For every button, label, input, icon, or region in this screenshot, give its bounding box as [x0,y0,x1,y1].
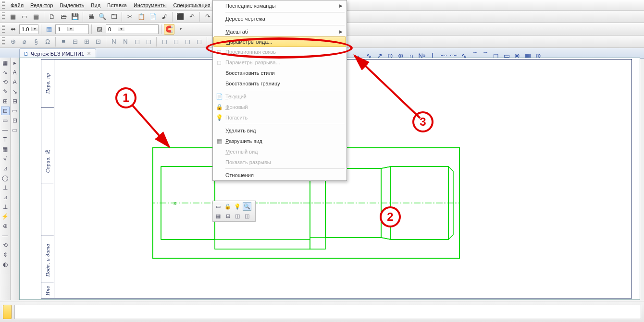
context-menu-item[interactable]: Последние команды▶ [213,0,347,11]
mini-toolbar-button[interactable]: ◫ [243,212,251,220]
menu-select[interactable]: Выделить [57,1,87,9]
side-tool-button[interactable]: ⊡ [11,116,19,125]
layer-icon[interactable]: ▦ [44,24,54,35]
side-tool-button[interactable]: ⇕ [1,250,10,259]
context-menu-item[interactable]: Масштаб▶ [213,26,347,37]
toolbar-button[interactable]: ◻ [132,36,142,47]
menu-editor[interactable]: Редактор [27,1,56,9]
close-icon[interactable]: ✕ [86,51,92,56]
toolbar-button[interactable]: 🖶 [86,12,96,22]
side-tool-button[interactable]: ◐ [1,260,10,269]
toolbar-button[interactable]: N [109,36,119,47]
side-tool-button[interactable]: T [1,135,10,144]
toolbar-button[interactable]: ◻ [159,36,170,47]
layer-combo[interactable]: 1▼ [55,24,89,34]
context-menu-item[interactable]: Восстановить стили [213,68,347,78]
toolbar-button[interactable]: § [31,36,41,47]
magnet-icon[interactable]: 🧲 [164,24,174,35]
side-tool-button[interactable]: ⊥ [1,183,10,192]
toolbar-button[interactable]: ≡ [58,36,69,47]
toolbar-button[interactable]: ◻ [182,36,193,47]
line-thickness-combo[interactable]: 1.0▼ [19,24,38,34]
toolbar-button[interactable]: ◻ [171,36,181,47]
toolbar-button[interactable]: ⊡ [93,36,103,47]
toolbar-button[interactable]: ◻ [143,36,154,47]
menu-view[interactable]: Вид [88,1,103,9]
toolbar-button[interactable]: 📋 [136,12,147,22]
mini-toolbar-button[interactable]: 🔍 [243,202,251,211]
side-tool-button[interactable]: ↘ [11,87,19,96]
toolbar-button[interactable]: 📄 [148,12,158,22]
mini-toolbar-button[interactable]: 🔒 [223,202,232,211]
mini-toolbar-button[interactable]: ◫ [233,212,242,220]
toolbar-button[interactable]: ⊞ [81,36,92,47]
side-tool-button[interactable]: ⊕ [1,222,10,230]
toolbar-button[interactable]: ↶ [186,12,197,22]
context-menu-item[interactable]: ▦Разрушить вид [213,136,347,146]
mini-toolbar-button[interactable]: ⊞ [223,212,232,220]
mini-toolbar-button[interactable]: ▦ [214,212,223,220]
toolbar-button[interactable]: ✂ [124,12,135,22]
side-tool-button[interactable]: ⊟ [11,97,19,106]
toolbar-button[interactable]: ⊟ [70,36,80,47]
toolbar-button[interactable]: ⬛ [175,12,186,22]
command-input[interactable] [14,305,641,319]
side-tool-button[interactable]: ⊥ [1,203,10,211]
mini-toolbar-button[interactable]: ▭ [214,202,223,211]
menu-insert[interactable]: Вставка [104,1,130,9]
side-tool-button[interactable]: √ [1,155,10,163]
side-tool-button[interactable]: ⊿ [1,164,10,173]
toolbar-button[interactable]: Ω [42,36,53,47]
side-tool-button[interactable]: ▭ [11,126,19,134]
toolbar-button[interactable]: 🗋 [47,12,57,22]
menu-specification[interactable]: Спецификация [171,1,213,9]
side-tool-button[interactable]: ⟲ [1,78,10,86]
toolbar-button[interactable]: 🔍 [97,12,108,22]
context-menu-item[interactable]: Восстановить границу [213,78,347,89]
mini-toolbar-button[interactable]: 💡 [233,202,242,211]
context-menu-item[interactable]: Удалить вид [213,125,347,136]
menu-tools[interactable]: Инструменты [131,1,170,9]
toolbar-button[interactable]: 💾 [70,12,80,22]
side-tool-button[interactable]: — [1,231,10,240]
side-tool-button[interactable]: — [1,126,10,134]
side-tool-button[interactable]: ⚡ [1,212,10,221]
magnet-dd-icon[interactable]: ▾ [175,24,186,35]
side-tool-button[interactable]: A [11,68,19,77]
side-tool-button[interactable]: ⊿ [1,193,10,202]
context-menu-item: 📄Текущий [213,91,347,102]
toolbar-button[interactable]: 🖌 [159,12,170,22]
menu-file[interactable]: Файл [8,1,26,9]
context-menu-item[interactable]: Дерево чертежа [213,13,347,24]
side-tool-button[interactable]: A [11,78,19,86]
document-tab[interactable]: 🗋 Чертеж БЕЗ ИМЕНИ1 ✕ [19,48,96,58]
toolbar-button[interactable]: ▤ [31,12,41,22]
toolbar-button[interactable]: 🗔 [109,12,119,22]
hatch-combo[interactable]: 0▼ [106,24,159,34]
side-tool-button[interactable]: ▸ [11,59,19,67]
menu-item-label: Фоновый [225,104,343,110]
side-tool-button[interactable]: ⊞ [1,97,10,106]
side-tool-button[interactable]: ▭ [1,116,10,125]
toolbar-button[interactable]: ⊕ [8,36,18,47]
toolbar-button[interactable]: N [120,36,131,47]
toolbar-button[interactable]: ↷ [202,12,213,22]
side-tool-button[interactable]: ▦ [1,59,10,67]
left-toolbar-primary: ▦∿⟲✎⊞⊟▭—T▦√⊿◯⊥⊿⊥⚡⊕—⟲⇕◐ [0,58,11,300]
line-style-icon[interactable]: ⬌ [8,24,18,35]
toolbar-button[interactable]: ▭ [19,12,30,22]
side-tool-button[interactable]: ▭ [11,107,19,115]
toolbar-button[interactable]: ⌀ [19,36,30,47]
side-tool-button[interactable]: ▦ [1,145,10,154]
toolbar-button[interactable]: 🗁 [58,12,69,22]
context-menu-item[interactable]: Отношения [213,170,347,180]
hatch-icon[interactable]: ▨ [94,24,105,35]
command-play-button[interactable] [3,305,12,319]
side-tool-button[interactable]: ◯ [1,174,10,182]
side-tool-button[interactable]: ⟲ [1,241,10,250]
side-tool-button[interactable]: ✎ [1,87,10,96]
toolbar-button[interactable]: ▦ [8,12,18,22]
toolbar-button[interactable]: ◻ [194,36,204,47]
side-tool-button[interactable]: ∿ [1,68,10,77]
side-tool-button[interactable]: ⊟ [1,107,10,115]
